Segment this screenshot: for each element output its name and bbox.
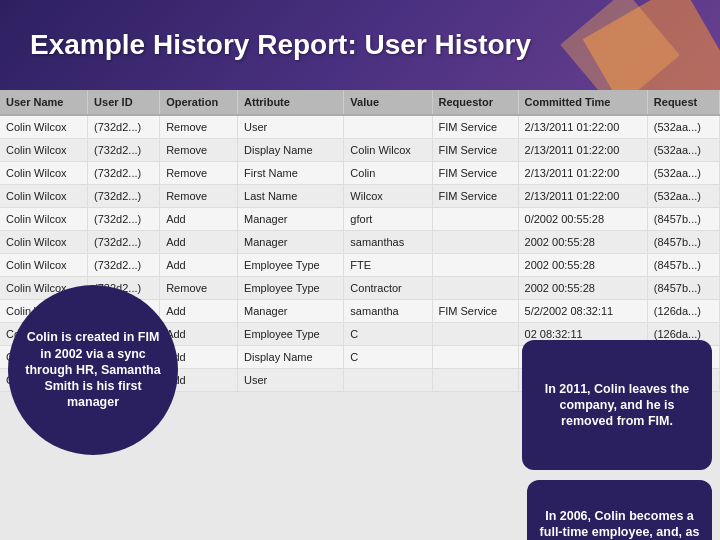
table-cell: Add (160, 254, 238, 277)
table-cell: (732d2...) (88, 139, 160, 162)
table-cell: 2/13/2011 01:22:00 (518, 139, 647, 162)
table-cell: (126da...) (647, 300, 719, 323)
table-cell: (532aa...) (647, 115, 719, 139)
table-cell: Colin Wilcox (0, 162, 88, 185)
table-cell: (732d2...) (88, 231, 160, 254)
table-cell: Colin Wilcox (0, 115, 88, 139)
table-cell: Contractor (344, 277, 432, 300)
table-cell: Remove (160, 115, 238, 139)
table-cell: Colin Wilcox (0, 139, 88, 162)
table-cell: Add (160, 208, 238, 231)
table-cell (432, 208, 518, 231)
table-cell (344, 369, 432, 392)
table-cell (432, 369, 518, 392)
table-cell: (732d2...) (88, 254, 160, 277)
table-cell: Colin Wilcox (344, 139, 432, 162)
table-cell: 2002 00:55:28 (518, 231, 647, 254)
table-cell: Manager (238, 208, 344, 231)
table-cell: C (344, 346, 432, 369)
col-operation: Operation (160, 90, 238, 115)
table-cell: (732d2...) (88, 185, 160, 208)
callout-bottom: In 2006, Colin becomes a full-time emplo… (527, 480, 712, 540)
table-row: Colin Wilcox(732d2...)RemoveLast NameWil… (0, 185, 720, 208)
table-cell: 2002 00:55:28 (518, 277, 647, 300)
col-committed-time: Committed Time (518, 90, 647, 115)
table-cell: Colin Wilcox (0, 254, 88, 277)
table-cell: FTE (344, 254, 432, 277)
col-request: Request (647, 90, 719, 115)
table-cell: FIM Service (432, 115, 518, 139)
table-cell: Remove (160, 139, 238, 162)
table-cell: Employee Type (238, 323, 344, 346)
table-cell: User (238, 115, 344, 139)
table-cell: samantha (344, 300, 432, 323)
callout-right: In 2011, Colin leaves the company, and h… (522, 340, 712, 470)
page-header: Example History Report: User History (0, 0, 720, 90)
table-cell: C (344, 323, 432, 346)
table-cell (432, 277, 518, 300)
table-cell: samanthas (344, 231, 432, 254)
callout-left: Colin is created in FIM in 2002 via a sy… (8, 285, 178, 455)
table-cell: Colin (344, 162, 432, 185)
table-cell: Add (160, 300, 238, 323)
table-cell: (532aa...) (647, 162, 719, 185)
table-cell: (732d2...) (88, 208, 160, 231)
table-cell: Remove (160, 185, 238, 208)
table-cell: Colin Wilcox (0, 185, 88, 208)
col-user-id: User ID (88, 90, 160, 115)
col-value: Value (344, 90, 432, 115)
table-cell: Colin Wilcox (0, 208, 88, 231)
table-cell: Remove (160, 162, 238, 185)
table-cell: Last Name (238, 185, 344, 208)
table-cell: (732d2...) (88, 115, 160, 139)
table-cell: gfort (344, 208, 432, 231)
table-cell: Add (160, 231, 238, 254)
table-cell: Colin Wilcox (0, 231, 88, 254)
page-title: Example History Report: User History (30, 29, 531, 61)
table-cell: Manager (238, 300, 344, 323)
table-cell: 2/13/2011 01:22:00 (518, 162, 647, 185)
table-cell (432, 323, 518, 346)
table-cell: (8457b...) (647, 277, 719, 300)
table-cell: Employee Type (238, 254, 344, 277)
table-cell: FIM Service (432, 300, 518, 323)
table-cell: 2002 00:55:28 (518, 254, 647, 277)
table-cell (432, 346, 518, 369)
table-cell (432, 254, 518, 277)
col-attribute: Attribute (238, 90, 344, 115)
table-cell: Employee Type (238, 277, 344, 300)
col-user-name: User Name (0, 90, 88, 115)
table-header-row: User Name User ID Operation Attribute Va… (0, 90, 720, 115)
table-cell: (8457b...) (647, 231, 719, 254)
table-container: User Name User ID Operation Attribute Va… (0, 90, 720, 540)
table-cell: User (238, 369, 344, 392)
table-cell: Display Name (238, 346, 344, 369)
table-cell: FIM Service (432, 185, 518, 208)
table-row: Colin Wilcox(732d2...)RemoveUserFIM Serv… (0, 115, 720, 139)
table-cell: Display Name (238, 139, 344, 162)
table-row: Colin Wilcox(732d2...)AddManagergfort0/2… (0, 208, 720, 231)
table-cell: 0/2002 00:55:28 (518, 208, 647, 231)
table-cell: Manager (238, 231, 344, 254)
table-cell (344, 115, 432, 139)
table-cell: Remove (160, 277, 238, 300)
table-row: Colin Wilcox(732d2...)AddEmployee TypeFT… (0, 254, 720, 277)
table-cell: 5/2/2002 08:32:11 (518, 300, 647, 323)
table-cell (432, 231, 518, 254)
col-requestor: Requestor (432, 90, 518, 115)
table-row: Colin Wilcox(732d2...)RemoveDisplay Name… (0, 139, 720, 162)
table-cell: (8457b...) (647, 208, 719, 231)
table-row: Colin Wilcox(732d2...)AddManagersamantha… (0, 231, 720, 254)
table-cell: (532aa...) (647, 139, 719, 162)
table-cell: FIM Service (432, 139, 518, 162)
table-cell: Wilcox (344, 185, 432, 208)
table-cell: 2/13/2011 01:22:00 (518, 115, 647, 139)
table-cell: (532aa...) (647, 185, 719, 208)
table-cell: First Name (238, 162, 344, 185)
table-cell: (732d2...) (88, 162, 160, 185)
table-cell: 2/13/2011 01:22:00 (518, 185, 647, 208)
table-cell: (8457b...) (647, 254, 719, 277)
table-row: Colin Wilcox(732d2...)RemoveFirst NameCo… (0, 162, 720, 185)
table-cell: FIM Service (432, 162, 518, 185)
